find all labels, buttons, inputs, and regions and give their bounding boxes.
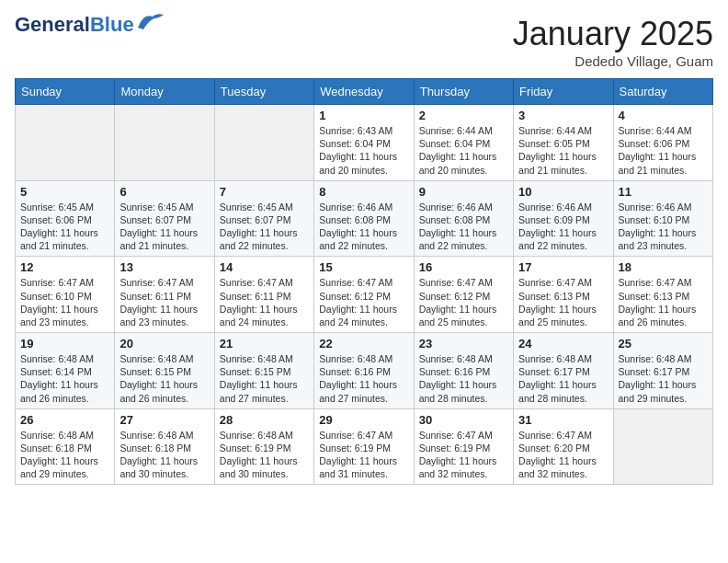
day-info: Sunrise: 6:48 AMSunset: 6:16 PMDaylight:… bbox=[419, 352, 508, 405]
calendar-cell: 14Sunrise: 6:47 AMSunset: 6:11 PMDayligh… bbox=[214, 257, 313, 333]
day-number: 5 bbox=[20, 185, 109, 199]
calendar-cell bbox=[115, 105, 214, 181]
day-number: 27 bbox=[119, 413, 209, 427]
calendar-cell bbox=[16, 105, 115, 181]
calendar-cell: 19Sunrise: 6:48 AMSunset: 6:14 PMDayligh… bbox=[16, 333, 115, 409]
day-number: 13 bbox=[119, 260, 209, 274]
calendar-cell: 8Sunrise: 6:46 AMSunset: 6:08 PMDaylight… bbox=[314, 180, 414, 257]
page-header: GeneralBlue January 2025 Dededo Village,… bbox=[15, 15, 713, 69]
calendar-cell: 9Sunrise: 6:46 AMSunset: 6:08 PMDaylight… bbox=[414, 180, 513, 257]
day-info: Sunrise: 6:47 AMSunset: 6:19 PMDaylight:… bbox=[419, 429, 508, 481]
weekday-header-monday: Monday bbox=[115, 79, 214, 105]
calendar-cell: 16Sunrise: 6:47 AMSunset: 6:12 PMDayligh… bbox=[414, 257, 513, 333]
day-info: Sunrise: 6:47 AMSunset: 6:12 PMDaylight:… bbox=[319, 276, 408, 328]
title-block: January 2025 Dededo Village, Guam bbox=[513, 15, 713, 69]
calendar-cell: 11Sunrise: 6:46 AMSunset: 6:10 PMDayligh… bbox=[613, 180, 712, 257]
day-info: Sunrise: 6:48 AMSunset: 6:14 PMDaylight:… bbox=[20, 352, 109, 405]
calendar-cell: 26Sunrise: 6:48 AMSunset: 6:18 PMDayligh… bbox=[16, 408, 115, 485]
day-number: 29 bbox=[319, 413, 408, 427]
day-number: 11 bbox=[619, 185, 708, 199]
calendar-table: SundayMondayTuesdayWednesdayThursdayFrid… bbox=[15, 78, 713, 485]
weekday-header-saturday: Saturday bbox=[613, 79, 712, 105]
weekday-header-thursday: Thursday bbox=[414, 79, 513, 105]
calendar-week-row: 12Sunrise: 6:47 AMSunset: 6:10 PMDayligh… bbox=[16, 257, 713, 333]
calendar-cell: 23Sunrise: 6:48 AMSunset: 6:16 PMDayligh… bbox=[414, 333, 513, 409]
calendar-week-row: 5Sunrise: 6:45 AMSunset: 6:06 PMDaylight… bbox=[16, 180, 713, 257]
day-info: Sunrise: 6:44 AMSunset: 6:06 PMDaylight:… bbox=[619, 124, 708, 177]
day-number: 7 bbox=[220, 185, 309, 199]
day-number: 31 bbox=[518, 413, 608, 427]
calendar-cell bbox=[214, 105, 313, 181]
day-number: 24 bbox=[518, 337, 608, 350]
day-info: Sunrise: 6:46 AMSunset: 6:09 PMDaylight:… bbox=[518, 201, 608, 253]
day-info: Sunrise: 6:48 AMSunset: 6:17 PMDaylight:… bbox=[619, 352, 708, 405]
calendar-cell bbox=[613, 408, 712, 485]
logo: GeneralBlue bbox=[15, 15, 165, 35]
day-info: Sunrise: 6:48 AMSunset: 6:18 PMDaylight:… bbox=[20, 429, 109, 481]
day-info: Sunrise: 6:47 AMSunset: 6:10 PMDaylight:… bbox=[20, 276, 109, 328]
day-info: Sunrise: 6:44 AMSunset: 6:05 PMDaylight:… bbox=[518, 124, 608, 177]
calendar-week-row: 26Sunrise: 6:48 AMSunset: 6:18 PMDayligh… bbox=[16, 408, 713, 485]
calendar-week-row: 19Sunrise: 6:48 AMSunset: 6:14 PMDayligh… bbox=[16, 333, 713, 409]
day-number: 18 bbox=[619, 260, 708, 274]
day-info: Sunrise: 6:48 AMSunset: 6:18 PMDaylight:… bbox=[119, 429, 209, 481]
day-info: Sunrise: 6:45 AMSunset: 6:06 PMDaylight:… bbox=[20, 201, 109, 253]
calendar-cell: 29Sunrise: 6:47 AMSunset: 6:19 PMDayligh… bbox=[314, 408, 414, 485]
weekday-header-friday: Friday bbox=[514, 79, 613, 105]
day-number: 8 bbox=[319, 185, 408, 199]
day-number: 2 bbox=[419, 109, 508, 122]
calendar-cell: 5Sunrise: 6:45 AMSunset: 6:06 PMDaylight… bbox=[16, 180, 115, 257]
month-title: January 2025 bbox=[513, 15, 713, 53]
calendar-cell: 24Sunrise: 6:48 AMSunset: 6:17 PMDayligh… bbox=[514, 333, 613, 409]
day-number: 26 bbox=[20, 413, 109, 427]
day-info: Sunrise: 6:47 AMSunset: 6:11 PMDaylight:… bbox=[119, 276, 209, 328]
logo-bird-icon bbox=[136, 11, 165, 31]
calendar-cell: 13Sunrise: 6:47 AMSunset: 6:11 PMDayligh… bbox=[115, 257, 214, 333]
calendar-cell: 17Sunrise: 6:47 AMSunset: 6:13 PMDayligh… bbox=[514, 257, 613, 333]
weekday-header-sunday: Sunday bbox=[16, 79, 115, 105]
logo-text: GeneralBlue bbox=[15, 15, 134, 35]
calendar-cell: 10Sunrise: 6:46 AMSunset: 6:09 PMDayligh… bbox=[514, 180, 613, 257]
day-number: 14 bbox=[220, 260, 309, 274]
calendar-cell: 2Sunrise: 6:44 AMSunset: 6:04 PMDaylight… bbox=[414, 105, 513, 181]
day-info: Sunrise: 6:48 AMSunset: 6:16 PMDaylight:… bbox=[319, 352, 408, 405]
calendar-cell: 27Sunrise: 6:48 AMSunset: 6:18 PMDayligh… bbox=[115, 408, 214, 485]
day-info: Sunrise: 6:48 AMSunset: 6:15 PMDaylight:… bbox=[119, 352, 209, 405]
day-info: Sunrise: 6:46 AMSunset: 6:08 PMDaylight:… bbox=[319, 201, 408, 253]
calendar-cell: 3Sunrise: 6:44 AMSunset: 6:05 PMDaylight… bbox=[514, 105, 613, 181]
calendar-cell: 21Sunrise: 6:48 AMSunset: 6:15 PMDayligh… bbox=[214, 333, 313, 409]
day-info: Sunrise: 6:48 AMSunset: 6:17 PMDaylight:… bbox=[518, 352, 608, 405]
calendar-cell: 20Sunrise: 6:48 AMSunset: 6:15 PMDayligh… bbox=[115, 333, 214, 409]
calendar-cell: 7Sunrise: 6:45 AMSunset: 6:07 PMDaylight… bbox=[214, 180, 313, 257]
day-info: Sunrise: 6:47 AMSunset: 6:19 PMDaylight:… bbox=[319, 429, 408, 481]
day-info: Sunrise: 6:46 AMSunset: 6:08 PMDaylight:… bbox=[419, 201, 508, 253]
day-number: 12 bbox=[20, 260, 109, 274]
day-number: 28 bbox=[220, 413, 309, 427]
calendar-cell: 1Sunrise: 6:43 AMSunset: 6:04 PMDaylight… bbox=[314, 105, 414, 181]
day-info: Sunrise: 6:47 AMSunset: 6:13 PMDaylight:… bbox=[619, 276, 708, 328]
day-number: 16 bbox=[419, 260, 508, 274]
day-number: 4 bbox=[619, 109, 708, 122]
calendar-cell: 12Sunrise: 6:47 AMSunset: 6:10 PMDayligh… bbox=[16, 257, 115, 333]
day-info: Sunrise: 6:47 AMSunset: 6:13 PMDaylight:… bbox=[518, 276, 608, 328]
day-info: Sunrise: 6:47 AMSunset: 6:11 PMDaylight:… bbox=[220, 276, 309, 328]
weekday-header-wednesday: Wednesday bbox=[314, 79, 414, 105]
calendar-cell: 30Sunrise: 6:47 AMSunset: 6:19 PMDayligh… bbox=[414, 408, 513, 485]
day-number: 25 bbox=[619, 337, 708, 350]
day-info: Sunrise: 6:48 AMSunset: 6:15 PMDaylight:… bbox=[220, 352, 309, 405]
day-number: 19 bbox=[20, 337, 109, 350]
day-info: Sunrise: 6:47 AMSunset: 6:12 PMDaylight:… bbox=[419, 276, 508, 328]
day-number: 9 bbox=[419, 185, 508, 199]
calendar-cell: 25Sunrise: 6:48 AMSunset: 6:17 PMDayligh… bbox=[613, 333, 712, 409]
day-info: Sunrise: 6:47 AMSunset: 6:20 PMDaylight:… bbox=[518, 429, 608, 481]
location-text: Dededo Village, Guam bbox=[513, 53, 713, 69]
calendar-cell: 22Sunrise: 6:48 AMSunset: 6:16 PMDayligh… bbox=[314, 333, 414, 409]
weekday-header-row: SundayMondayTuesdayWednesdayThursdayFrid… bbox=[16, 79, 713, 105]
day-number: 23 bbox=[419, 337, 508, 350]
day-number: 21 bbox=[220, 337, 309, 350]
day-info: Sunrise: 6:44 AMSunset: 6:04 PMDaylight:… bbox=[419, 124, 508, 177]
calendar-cell: 15Sunrise: 6:47 AMSunset: 6:12 PMDayligh… bbox=[314, 257, 414, 333]
day-number: 17 bbox=[518, 260, 608, 274]
day-number: 20 bbox=[119, 337, 209, 350]
day-number: 10 bbox=[518, 185, 608, 199]
